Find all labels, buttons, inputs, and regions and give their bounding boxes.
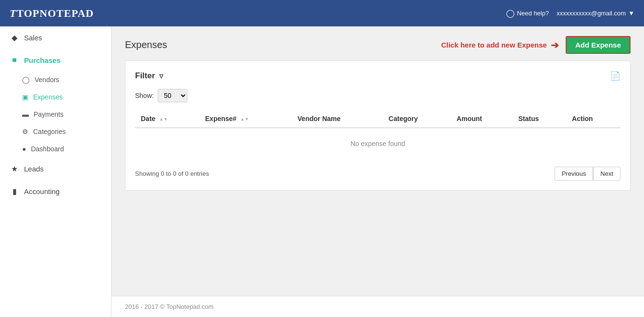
filter-icon: ▿ bbox=[159, 71, 163, 81]
purchases-icon: ■ bbox=[10, 56, 19, 64]
expenses-table: Date ▲▼ Expense# ▲▼ Vendor Name Category… bbox=[135, 110, 620, 159]
accounting-icon: ▮ bbox=[10, 187, 19, 196]
sidebar-label-payments: Payments bbox=[34, 110, 63, 118]
add-hint: Click here to add new Expense ➔ bbox=[441, 39, 559, 51]
leads-icon: ★ bbox=[10, 164, 19, 173]
help-icon: ◯ bbox=[506, 9, 515, 18]
app-layout: ◆ Sales ■ Purchases ◯ Vendors ▣ Expenses… bbox=[0, 26, 644, 317]
show-row: Show: 10 25 50 100 bbox=[135, 89, 620, 102]
app-header: TTopNotepad ◯ Need help? xxxxxxxxxxx@gma… bbox=[0, 0, 644, 26]
dashboard-icon: ● bbox=[22, 145, 26, 153]
header-right: ◯ Need help? xxxxxxxxxxx@gmail.com ▼ bbox=[506, 9, 634, 18]
sidebar-label-accounting: Accounting bbox=[24, 187, 60, 195]
table-header-row: Date ▲▼ Expense# ▲▼ Vendor Name Category… bbox=[135, 110, 620, 128]
page-title: Expenses bbox=[125, 39, 167, 50]
footer: 2016 - 2017 © TopNotepad.com bbox=[111, 296, 644, 317]
sidebar-item-leads[interactable]: ★ Leads bbox=[0, 158, 111, 180]
sidebar-label-categories: Categories bbox=[33, 128, 66, 135]
sidebar-item-vendors[interactable]: ◯ Vendors bbox=[0, 71, 111, 88]
previous-button[interactable]: Previous bbox=[555, 167, 594, 181]
col-amount: Amount bbox=[451, 110, 512, 128]
chevron-down-icon: ▼ bbox=[628, 10, 634, 17]
col-action: Action bbox=[566, 110, 620, 128]
no-data-message: No expense found bbox=[135, 128, 620, 159]
sort-expense-icon[interactable]: ▲▼ bbox=[240, 117, 249, 122]
filter-title: Filter ▿ bbox=[135, 71, 163, 81]
page-header-actions: Click here to add new Expense ➔ Add Expe… bbox=[441, 36, 631, 54]
user-menu[interactable]: xxxxxxxxxxx@gmail.com ▼ bbox=[557, 10, 634, 17]
sidebar-item-payments[interactable]: ▬ Payments bbox=[0, 106, 111, 123]
add-hint-text: Click here to add new Expense bbox=[441, 41, 547, 49]
sidebar-label-purchases: Purchases bbox=[24, 56, 61, 64]
arrow-right-icon: ➔ bbox=[551, 39, 559, 51]
sidebar: ◆ Sales ■ Purchases ◯ Vendors ▣ Expenses… bbox=[0, 26, 111, 317]
sidebar-item-dashboard[interactable]: ● Dashboard bbox=[0, 140, 111, 158]
sidebar-label-vendors: Vendors bbox=[35, 76, 59, 84]
sidebar-item-purchases[interactable]: ■ Purchases bbox=[0, 49, 111, 71]
footer-text: 2016 - 2017 © TopNotepad.com bbox=[125, 303, 213, 310]
pagination-buttons: Previous Next bbox=[555, 167, 620, 181]
page-header: Expenses Click here to add new Expense ➔… bbox=[111, 26, 644, 61]
help-link[interactable]: ◯ Need help? bbox=[506, 9, 549, 18]
col-vendor-name: Vendor Name bbox=[292, 110, 383, 128]
expenses-card: Filter ▿ 📄 Show: 10 25 50 100 bbox=[125, 61, 631, 191]
sidebar-item-sales[interactable]: ◆ Sales bbox=[0, 26, 111, 49]
show-select[interactable]: 10 25 50 100 bbox=[158, 89, 187, 102]
pagination-row: Showing 0 to 0 of 0 entries Previous Nex… bbox=[135, 167, 620, 181]
sales-icon: ◆ bbox=[10, 33, 19, 42]
col-date: Date ▲▼ bbox=[135, 110, 199, 128]
app-logo: TTopNotepad bbox=[10, 7, 94, 20]
no-data-row: No expense found bbox=[135, 128, 620, 159]
purchases-subitems: ◯ Vendors ▣ Expenses ▬ Payments ⚙ Catego… bbox=[0, 71, 111, 158]
col-category: Category bbox=[383, 110, 451, 128]
next-button[interactable]: Next bbox=[593, 167, 620, 181]
filter-header: Filter ▿ 📄 bbox=[135, 71, 620, 81]
sidebar-label-dashboard: Dashboard bbox=[31, 145, 64, 153]
col-status: Status bbox=[513, 110, 567, 128]
sidebar-label-leads: Leads bbox=[24, 165, 44, 173]
filter-title-text: Filter bbox=[135, 71, 155, 81]
add-expense-button[interactable]: Add Expense bbox=[566, 36, 631, 54]
sort-date-icon[interactable]: ▲▼ bbox=[159, 117, 168, 122]
sidebar-label-expenses: Expenses bbox=[33, 93, 62, 101]
main-content: Expenses Click here to add new Expense ➔… bbox=[111, 26, 644, 317]
user-email: xxxxxxxxxxx@gmail.com bbox=[557, 10, 626, 17]
expenses-icon: ▣ bbox=[22, 93, 28, 101]
sidebar-item-expenses[interactable]: ▣ Expenses bbox=[0, 88, 111, 106]
col-expense-num: Expense# ▲▼ bbox=[199, 110, 292, 128]
payments-icon: ▬ bbox=[22, 110, 29, 118]
sidebar-item-categories[interactable]: ⚙ Categories bbox=[0, 123, 111, 140]
showing-text: Showing 0 to 0 of 0 entries bbox=[135, 170, 209, 177]
categories-icon: ⚙ bbox=[22, 128, 28, 135]
export-icon[interactable]: 📄 bbox=[610, 71, 620, 81]
vendors-icon: ◯ bbox=[22, 76, 30, 84]
sidebar-label-sales: Sales bbox=[24, 34, 42, 42]
sidebar-item-accounting[interactable]: ▮ Accounting bbox=[0, 180, 111, 203]
show-label: Show: bbox=[135, 92, 154, 99]
